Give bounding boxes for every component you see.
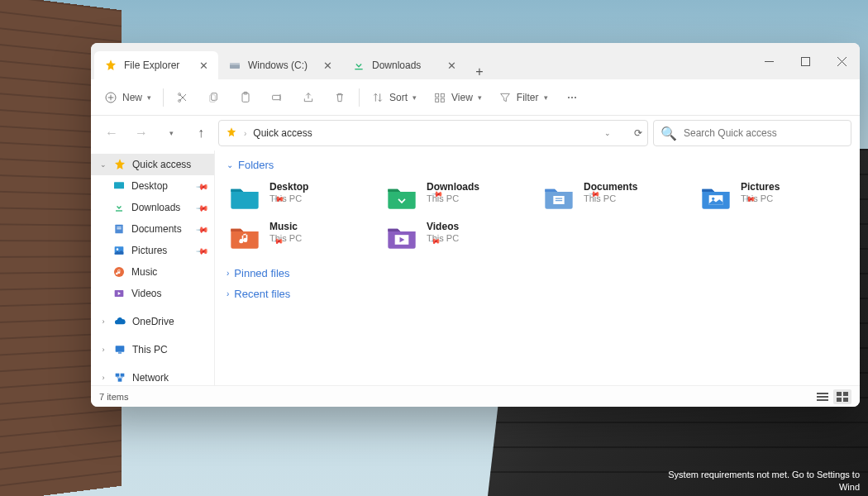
sidebar-item-desktop[interactable]: Desktop 📌	[91, 175, 214, 197]
sidebar-item-pictures[interactable]: Pictures 📌	[91, 240, 214, 261]
svg-rect-33	[118, 379, 122, 382]
svg-rect-16	[441, 98, 444, 102]
minimize-button[interactable]	[751, 43, 787, 79]
sidebar-item-videos[interactable]: Videos	[91, 283, 214, 304]
status-bar: 7 items	[91, 385, 860, 407]
search-box[interactable]: 🔍	[653, 120, 851, 146]
paste-button[interactable]	[231, 84, 260, 111]
sort-button[interactable]: Sort ▾	[365, 84, 423, 111]
svg-rect-20	[114, 182, 124, 188]
svg-point-19	[574, 96, 575, 98]
close-icon[interactable]: ✕	[445, 59, 458, 72]
svg-point-26	[117, 248, 119, 250]
star-icon	[113, 158, 126, 171]
tab-strip: File Explorer ✕ Windows (C:) ✕ Downloads…	[94, 43, 751, 79]
chevron-down-icon[interactable]: ⌄	[604, 129, 611, 137]
sidebar-item-music[interactable]: Music	[91, 261, 214, 283]
status-item-count: 7 items	[99, 392, 128, 402]
tab-label: Downloads	[372, 60, 421, 71]
svg-rect-21	[116, 210, 122, 211]
svg-rect-8	[212, 93, 217, 100]
breadcrumb[interactable]: Quick access	[253, 127, 312, 139]
tab-windows-c[interactable]: Windows (C:) ✕	[218, 51, 342, 79]
svg-rect-45	[837, 398, 842, 402]
recent-locations-button[interactable]: ▾	[159, 121, 184, 145]
close-icon[interactable]: ✕	[321, 59, 334, 72]
back-button[interactable]: ←	[99, 121, 124, 145]
star-icon	[226, 126, 237, 141]
sidebar-item-label: Pictures	[131, 245, 167, 256]
up-button[interactable]: ↑	[188, 121, 213, 145]
folder-item-videos[interactable]: VideosThis PC📌	[384, 219, 534, 255]
svg-rect-3	[765, 61, 774, 62]
folders-grid: DesktopThis PC📌 DownloadsThis PC📌 Docume…	[227, 179, 848, 255]
rename-button[interactable]	[263, 84, 291, 111]
forward-button[interactable]: →	[129, 121, 154, 145]
maximize-button[interactable]	[787, 43, 823, 79]
file-explorer-window: File Explorer ✕ Windows (C:) ✕ Downloads…	[91, 43, 860, 407]
search-input[interactable]	[684, 127, 844, 139]
folder-icon	[542, 183, 575, 212]
star-icon	[104, 59, 117, 72]
nav-row: ← → ▾ ↑ › Quick access ⌄ ⟳ 🔍	[91, 116, 860, 150]
content-pane: ⌄ Folders DesktopThis PC📌 DownloadsThis …	[215, 150, 860, 385]
chevron-down-icon: ▾	[147, 93, 151, 102]
close-icon[interactable]: ✕	[197, 59, 210, 72]
caption-buttons	[751, 43, 860, 79]
svg-rect-4	[801, 57, 809, 65]
section-pinned-files[interactable]: › Pinned files	[227, 267, 848, 279]
pin-icon: 📌	[196, 244, 209, 257]
address-bar[interactable]: › Quick access ⌄ ⟳	[218, 120, 648, 146]
folder-item-pictures[interactable]: PicturesThis PC📌	[698, 179, 848, 216]
divider	[359, 88, 360, 107]
sidebar-item-this-pc[interactable]: › This PC	[91, 339, 214, 360]
sidebar-item-label: Network	[132, 372, 169, 384]
refresh-button[interactable]: ⟳	[634, 127, 642, 139]
folder-name: Desktop	[269, 181, 308, 193]
close-window-button[interactable]	[823, 43, 860, 79]
filter-button[interactable]: Filter ▾	[492, 84, 555, 111]
drive-icon	[228, 59, 241, 72]
sidebar-item-network[interactable]: › Network	[91, 367, 214, 385]
sidebar-item-label: Videos	[131, 288, 161, 299]
new-button[interactable]: New ▾	[98, 84, 158, 111]
section-recent-files[interactable]: › Recent files	[227, 288, 848, 300]
music-icon	[112, 265, 126, 279]
delete-button[interactable]	[326, 84, 354, 111]
videos-icon	[112, 287, 126, 300]
folder-item-downloads[interactable]: DownloadsThis PC📌	[384, 179, 534, 216]
sidebar-item-downloads[interactable]: Downloads 📌	[91, 197, 214, 218]
chevron-right-icon: ›	[227, 289, 229, 298]
sort-label: Sort	[389, 92, 408, 103]
tab-file-explorer[interactable]: File Explorer ✕	[94, 51, 218, 79]
copy-button[interactable]	[200, 84, 228, 111]
section-folders[interactable]: ⌄ Folders	[227, 159, 848, 171]
svg-point-38	[712, 198, 714, 200]
chevron-right-icon: ›	[99, 346, 107, 354]
cut-button[interactable]	[169, 84, 197, 111]
share-button[interactable]	[294, 84, 322, 111]
sidebar-item-label: Downloads	[131, 202, 180, 213]
sidebar-item-label: Documents	[131, 223, 182, 235]
chevron-down-icon: ▾	[413, 93, 417, 102]
chevron-right-icon: ›	[227, 269, 229, 278]
sidebar-item-quick-access[interactable]: ⌄ Quick access	[91, 154, 214, 175]
new-tab-button[interactable]: +	[466, 64, 493, 79]
folder-item-documents[interactable]: DocumentsThis PC📌	[541, 179, 691, 216]
svg-rect-12	[273, 95, 280, 99]
download-icon	[352, 59, 365, 72]
details-view-button[interactable]	[813, 389, 832, 404]
sidebar-item-documents[interactable]: Documents 📌	[91, 218, 214, 240]
view-button[interactable]: View ▾	[427, 84, 489, 111]
svg-rect-23	[117, 227, 121, 227]
svg-rect-31	[116, 374, 120, 377]
tab-label: File Explorer	[124, 60, 179, 71]
sidebar-item-onedrive[interactable]: › OneDrive	[91, 311, 214, 332]
tab-downloads[interactable]: Downloads ✕	[342, 51, 466, 79]
divider	[163, 88, 164, 107]
folder-item-desktop[interactable]: DesktopThis PC📌	[227, 179, 377, 216]
icons-view-button[interactable]	[833, 389, 851, 404]
more-button[interactable]	[558, 84, 586, 111]
section-label: Pinned files	[234, 267, 289, 279]
chevron-right-icon: ›	[99, 317, 107, 326]
